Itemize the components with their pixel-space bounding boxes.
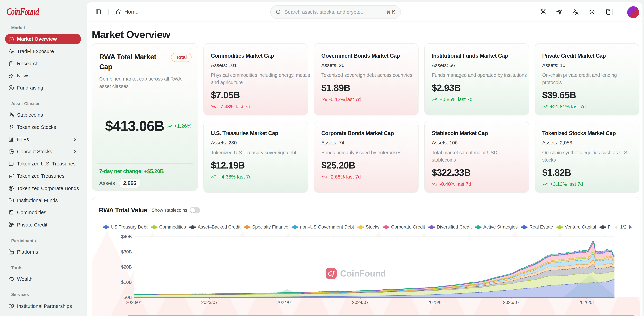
svg-text:$40B: $40B (121, 234, 132, 239)
svg-text:2025/01: 2025/01 (428, 300, 444, 305)
svg-text:2024/07: 2024/07 (352, 300, 369, 305)
svg-text:$0B: $0B (124, 295, 132, 300)
svg-text:$10B: $10B (121, 280, 132, 285)
svg-text:2023/07: 2023/07 (201, 300, 218, 305)
svg-text:$30B: $30B (121, 249, 132, 255)
svg-text:$20B: $20B (121, 265, 132, 270)
svg-text:2025/07: 2025/07 (503, 300, 520, 305)
svg-text:2023/01: 2023/01 (126, 300, 142, 305)
svg-text:2024/01: 2024/01 (277, 300, 293, 305)
svg-text:2026/01: 2026/01 (578, 300, 595, 305)
